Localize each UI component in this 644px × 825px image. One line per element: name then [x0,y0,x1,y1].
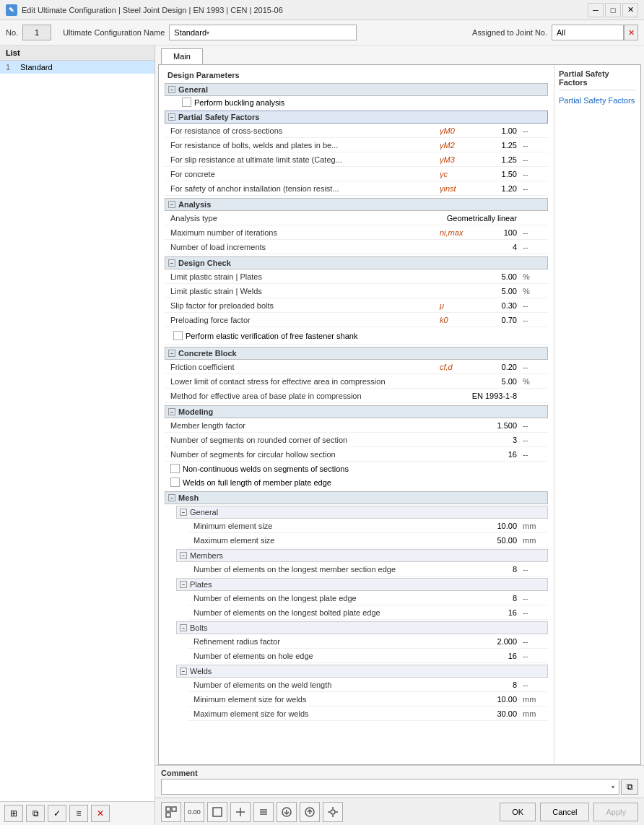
welds-full-checkbox[interactable] [170,478,180,487]
dc-unit-2: -- [520,301,545,311]
concrete-section-header[interactable]: − Concrete Block [165,347,548,360]
analysis-collapse-icon[interactable]: − [168,201,175,208]
buckling-checkbox[interactable] [182,98,191,107]
non-cont-welds-row[interactable]: Non-continuous welds on segments of sect… [167,462,545,475]
bottom-right-buttons: OK Cancel Apply [500,803,638,821]
psf-row-3: For concrete γc 1.50 -- [165,167,548,181]
elastic-verify-row[interactable]: Perform elastic verification of free fas… [170,329,360,342]
psf-value-2: 1.25 [477,155,520,165]
comment-field[interactable]: ▾ [161,779,619,795]
mesh-general-label: General [190,508,544,517]
dc-symbol-3: k0 [437,315,477,325]
mp-row-1: Number of elements on the longest bolted… [188,605,548,620]
close-button[interactable]: ✕ [622,3,638,17]
comment-copy-button[interactable]: ⧉ [621,779,638,795]
psf-row-0: For resistance of cross-sections γM0 1.0… [165,124,548,138]
non-cont-welds-checkbox[interactable] [170,464,180,473]
welds-full-row[interactable]: Welds on full length of member plate edg… [167,476,545,488]
mesh-bolts-header[interactable]: − Bolts [176,621,548,634]
mesh-section-header[interactable]: − Mesh [165,491,548,504]
mesh-plates-collapse[interactable]: − [180,581,187,588]
mg-row-0: Minimum element size 10.00 mm [188,519,548,533]
modeling-section-header[interactable]: − Modeling [165,405,548,418]
mesh-members-collapse[interactable]: − [180,552,187,559]
concrete-collapse-icon[interactable]: − [168,350,175,357]
sidebar-link[interactable]: Partial Safety Factors [559,95,636,106]
mp-value-1: 16 [477,608,520,618]
mod-unit-2: -- [520,449,545,459]
mg-label-0: Minimum element size [191,521,437,531]
psf-collapse-icon[interactable]: − [168,113,175,121]
assigned-clear-button[interactable]: ✕ [624,25,638,40]
mesh-members-header[interactable]: − Members [176,549,548,562]
mm-row-0: Number of elements on the longest member… [188,562,548,576]
add-config-button[interactable]: ⊞ [4,805,23,822]
mesh-welds-header[interactable]: − Welds [176,665,548,678]
design-check-header[interactable]: − Design Check [165,256,548,269]
view-button[interactable] [161,802,181,822]
copy-config-button[interactable]: ⧉ [26,805,45,822]
import-button[interactable] [277,802,297,822]
settings-bottom-button[interactable] [323,802,343,822]
decimal-button[interactable]: 0.00 [184,802,204,822]
assigned-value[interactable]: All [552,25,624,40]
dc-row-3: Preloading force factor k0 0.70 -- [165,313,548,327]
analysis-section-header[interactable]: − Analysis [165,198,548,211]
export-button[interactable] [300,802,320,822]
psf-row-4: For safety of anchor installation (tensi… [165,181,548,196]
menu-config-button[interactable]: ≡ [69,805,88,822]
modeling-label: Modeling [178,407,544,416]
apply-button[interactable]: Apply [593,803,638,821]
delete-config-button[interactable]: ✕ [91,805,110,822]
list-item[interactable]: 1 Standard [0,61,155,74]
assigned-label: Assigned to Joint No. [472,28,547,37]
export-icon [304,806,316,818]
design-check-collapse-icon[interactable]: − [168,259,175,267]
svg-rect-3 [213,808,222,816]
confirm-config-button[interactable]: ✓ [48,805,66,822]
mesh-collapse-icon[interactable]: − [168,494,175,501]
concrete-label: Concrete Block [178,349,544,358]
mw-value-2: 30.00 [477,709,520,719]
design-check-label: Design Check [178,259,544,267]
mesh-plates-table: Number of elements on the longest plate … [188,591,548,620]
add-bottom-button[interactable] [230,802,251,822]
dc-label-2: Slip factor for preloaded bolts [167,301,437,311]
mesh-bolts-collapse[interactable]: − [180,624,187,631]
list-item-name: Standard [20,63,53,72]
mesh-welds-collapse[interactable]: − [180,668,187,675]
sort-button[interactable] [253,802,274,822]
window-controls[interactable]: ─ □ ✕ [588,3,638,17]
buckling-row[interactable]: Perform buckling analysis [179,96,548,108]
general-section-header[interactable]: − General [165,83,548,96]
mesh-general-header[interactable]: − General [176,506,548,519]
design-check-section: − Design Check Limit plastic strain | Pl… [165,256,548,345]
analysis-symbol-2 [437,246,477,248]
mesh-plates-header[interactable]: − Plates [176,578,548,591]
analysis-row-0: Analysis type Geometrically linear [165,211,548,225]
psf-section-header[interactable]: − Partial Safety Factors [165,111,548,124]
cb-row-2: Method for effective area of base plate … [165,389,548,403]
mesh-general-section: − General Minimum element size [176,506,548,548]
mesh-bolts-table: Refinement radius factor 2.000 -- Number… [188,634,548,663]
mw-row-2: Maximum element size for welds 30.00 mm [188,707,548,721]
ok-button[interactable]: OK [500,803,536,821]
psf-label-3: For concrete [167,169,437,179]
minimize-button[interactable]: ─ [588,3,604,17]
general-collapse-icon[interactable]: − [168,86,175,93]
cancel-button[interactable]: Cancel [540,803,589,821]
elastic-verify-checkbox[interactable] [173,331,183,340]
name-field-group: Ultimate Configuration Name Standard ▾ [63,25,357,40]
mod-symbol-2 [437,454,477,455]
psf-label-2: For slip resistance at ultimate limit st… [167,155,437,165]
config-name-dropdown[interactable]: Standard ▾ [169,25,357,40]
tabs: Main [155,46,644,64]
maximize-button[interactable]: □ [605,3,621,17]
mesh-general-collapse[interactable]: − [180,509,187,516]
units-button[interactable] [207,802,227,822]
modeling-collapse-icon[interactable]: − [168,408,175,415]
svg-point-13 [331,810,335,814]
mod-row-1: Number of segments on rounded corner of … [165,433,548,447]
general-section-body: Perform buckling analysis [165,96,548,108]
tab-main[interactable]: Main [161,48,203,64]
